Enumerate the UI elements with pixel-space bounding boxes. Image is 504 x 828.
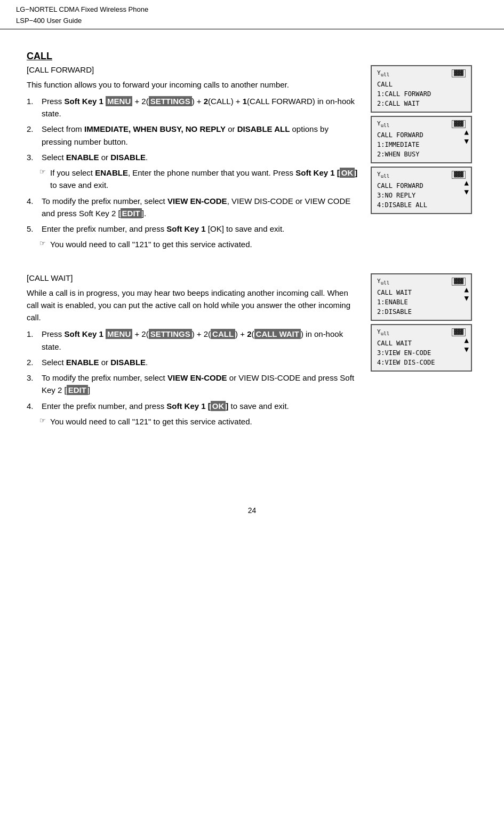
step-3-num: 3.: [27, 151, 37, 163]
battery-cw1-icon: ▓▓▓: [452, 278, 466, 286]
screen-cw-2-signal: Yull ▓▓▓: [377, 328, 466, 336]
note-1: ☞ If you select ENABLE, Enter the phone …: [39, 167, 360, 192]
screen-cf-3-signal: Yull ▓▓▓: [377, 171, 466, 179]
header-line2: LSP−400 User Guide: [16, 15, 488, 27]
screen-cw-1-line2: 1:ENABLE: [377, 297, 466, 307]
header-line1: LG−NORTEL CDMA Fixed Wireless Phone: [16, 4, 488, 15]
signal-bars-cw1-icon: Yull: [377, 278, 389, 286]
cw-step-1-text: Press Soft Key 1 MENU + 2(SETTINGS) + 2(…: [42, 328, 360, 353]
cw-step-3: 3. To modify the prefix number, select V…: [27, 372, 360, 397]
step-3: 3. Select ENABLE or DISABLE.: [27, 151, 360, 163]
cw-step-3-num: 3.: [27, 372, 37, 397]
cw-step-4-text: Enter the prefix number, and press Soft …: [42, 400, 289, 412]
call-wait-subtitle: [CALL WAIT]: [27, 273, 360, 282]
scroll-arrows-2: ▲▼: [465, 128, 469, 146]
step-4-text: To modify the prefix number, select VIEW…: [42, 195, 360, 220]
screen-cw-1-line3: 2:DISABLE: [377, 307, 466, 317]
note-2-text: You would need to call "121" to get this…: [50, 238, 252, 250]
cw-step-1: 1. Press Soft Key 1 MENU + 2(SETTINGS) +…: [27, 328, 360, 353]
screen-cf-2-signal: Yull ▓▓▓: [377, 120, 466, 128]
call-wait-screens: Yull ▓▓▓ CALL WAIT 1:ENABLE 2:DISABLE ▲▼…: [371, 273, 477, 431]
screen-cf-2: Yull ▓▓▓ CALL FORWARD 1:IMMEDIATE 2:WHEN…: [371, 116, 472, 163]
battery-icon: ▓▓▓: [452, 69, 466, 77]
step-2: 2. Select from IMMEDIATE, WHEN BUSY, NO …: [27, 123, 360, 148]
screen-cw-2-line1: CALL WAIT: [377, 338, 466, 348]
cw-step-4-num: 4.: [27, 400, 37, 412]
step-1: 1. Press Soft Key 1 MENU + 2(SETTINGS) +…: [27, 95, 360, 120]
page-content: CALL [CALL FORWARD] This function allows…: [0, 29, 504, 463]
call-forward-layout: [CALL FORWARD] This function allows you …: [27, 65, 477, 254]
cw-step-2-text: Select ENABLE or DISABLE.: [42, 356, 148, 368]
call-wait-text: [CALL WAIT] While a call is in progress,…: [27, 273, 360, 431]
page-header: LG−NORTEL CDMA Fixed Wireless Phone LSP−…: [0, 0, 504, 29]
screen-cf-3-line3: 4:DISABLE ALL: [377, 200, 466, 210]
cw-step-1-num: 1.: [27, 328, 37, 353]
screen-cf-3-line1: CALL FORWARD: [377, 181, 466, 191]
step-5-num: 5.: [27, 223, 37, 235]
screen-cw-1-signal: Yull ▓▓▓: [377, 278, 466, 286]
cw-step-4: 4. Enter the prefix number, and press So…: [27, 400, 360, 412]
step-3-text: Select ENABLE or DISABLE.: [42, 151, 148, 163]
screen-cf-2-line1: CALL FORWARD: [377, 130, 466, 140]
note-2: ☞ You would need to call "121" to get th…: [39, 238, 360, 250]
cw-note-1-text: You would need to call "121" to get this…: [50, 415, 252, 428]
call-forward-intro: This function allows you to forward your…: [27, 78, 360, 91]
cw-step-2-num: 2.: [27, 356, 37, 368]
screen-cf-2-line2: 1:IMMEDIATE: [377, 140, 466, 149]
step-5: 5. Enter the prefix number, and press So…: [27, 223, 360, 235]
battery-3-icon: ▓▓▓: [452, 171, 466, 179]
step-1-text: Press Soft Key 1 MENU + 2(SETTINGS) + 2(…: [42, 95, 360, 120]
signal-bars-cw2-icon: Yull: [377, 328, 389, 336]
step-4-num: 4.: [27, 195, 37, 220]
call-wait-intro: While a call is in progress, you may hea…: [27, 287, 360, 324]
call-wait-section: [CALL WAIT] While a call is in progress,…: [27, 273, 477, 431]
screen-cf-1-signal: Yull ▓▓▓: [377, 69, 466, 77]
step-1-num: 1.: [27, 95, 37, 120]
note-2-icon: ☞: [39, 238, 46, 250]
screen-cf-1-line2: 1:CALL FORWARD: [377, 89, 466, 99]
step-5-text: Enter the prefix number, and press Soft …: [42, 223, 284, 235]
scroll-arrows-3: ▲▼: [465, 178, 469, 196]
step-2-text: Select from IMMEDIATE, WHEN BUSY, NO REP…: [42, 123, 360, 148]
screen-cw-1-line1: CALL WAIT: [377, 288, 466, 297]
cw-note-1: ☞ You would need to call "121" to get th…: [39, 415, 360, 428]
screen-cf-1-line1: CALL: [377, 80, 466, 89]
cw-step-2: 2. Select ENABLE or DISABLE.: [27, 356, 360, 368]
screen-cf-3: Yull ▓▓▓ CALL FORWARD 3:NO REPLY 4:DISAB…: [371, 167, 472, 214]
screen-cw-1: Yull ▓▓▓ CALL WAIT 1:ENABLE 2:DISABLE ▲▼: [371, 273, 472, 321]
signal-bars-3-icon: Yull: [377, 171, 389, 179]
call-forward-text: [CALL FORWARD] This function allows you …: [27, 65, 360, 254]
section-title: CALL: [27, 51, 477, 62]
signal-bars-icon: Yull: [377, 69, 389, 77]
call-forward-screens: Yull ▓▓▓ CALL 1:CALL FORWARD 2:CALL WAIT…: [371, 65, 477, 254]
screen-cf-3-line2: 3:NO REPLY: [377, 191, 466, 200]
note-1-icon: ☞: [39, 167, 46, 192]
signal-bars-2-icon: Yull: [377, 120, 389, 128]
screen-cw-2-line3: 4:VIEW DIS-CODE: [377, 358, 466, 367]
cw-step-3-text: To modify the prefix number, select VIEW…: [42, 372, 360, 397]
cw-note-1-icon: ☞: [39, 415, 46, 428]
scroll-arrows-cw2: ▲▼: [465, 336, 469, 354]
screen-cf-1: Yull ▓▓▓ CALL 1:CALL FORWARD 2:CALL WAIT: [371, 65, 472, 113]
call-forward-section: [CALL FORWARD] This function allows you …: [27, 65, 477, 254]
note-1-text: If you select ENABLE, Enter the phone nu…: [50, 167, 360, 192]
screen-cf-1-line3: 2:CALL WAIT: [377, 99, 466, 108]
scroll-arrows-cw1: ▲▼: [465, 285, 469, 303]
screen-cf-2-line3: 2:WHEN BUSY: [377, 149, 466, 159]
battery-2-icon: ▓▓▓: [452, 120, 466, 128]
page-number: 24: [248, 506, 257, 515]
call-wait-layout: [CALL WAIT] While a call is in progress,…: [27, 273, 477, 431]
screen-cw-2-line2: 3:VIEW EN-CODE: [377, 348, 466, 358]
step-4: 4. To modify the prefix number, select V…: [27, 195, 360, 220]
battery-cw2-icon: ▓▓▓: [452, 328, 466, 336]
call-forward-subtitle: [CALL FORWARD]: [27, 65, 360, 74]
step-2-num: 2.: [27, 123, 37, 148]
screen-cw-2: Yull ▓▓▓ CALL WAIT 3:VIEW EN-CODE 4:VIEW…: [371, 324, 472, 372]
